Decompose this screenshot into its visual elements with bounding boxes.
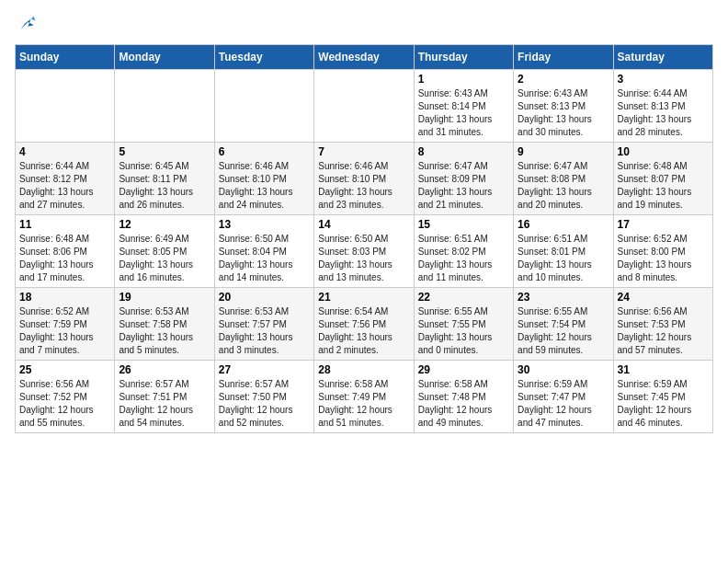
day-number: 24 <box>618 291 709 304</box>
day-number: 31 <box>618 363 709 376</box>
day-info: Sunrise: 6:52 AM Sunset: 7:59 PM Dayligh… <box>19 305 110 357</box>
day-info: Sunrise: 6:56 AM Sunset: 7:53 PM Dayligh… <box>618 305 709 357</box>
day-number: 20 <box>219 291 310 304</box>
calendar-cell: 31Sunrise: 6:59 AM Sunset: 7:45 PM Dayli… <box>613 361 712 433</box>
calendar-week-1: 1Sunrise: 6:43 AM Sunset: 8:14 PM Daylig… <box>16 70 713 143</box>
calendar-cell: 19Sunrise: 6:53 AM Sunset: 7:58 PM Dayli… <box>115 288 214 361</box>
day-info: Sunrise: 6:50 AM Sunset: 8:04 PM Dayligh… <box>219 233 310 284</box>
calendar-cell: 11Sunrise: 6:48 AM Sunset: 8:06 PM Dayli… <box>16 215 115 288</box>
day-info: Sunrise: 6:45 AM Sunset: 8:11 PM Dayligh… <box>119 160 210 212</box>
day-number: 28 <box>318 363 409 376</box>
day-number: 23 <box>518 291 609 304</box>
calendar-cell: 21Sunrise: 6:54 AM Sunset: 7:56 PM Dayli… <box>314 288 414 361</box>
day-info: Sunrise: 6:56 AM Sunset: 7:52 PM Dayligh… <box>19 378 110 430</box>
calendar-cell: 10Sunrise: 6:48 AM Sunset: 8:07 PM Dayli… <box>613 143 712 215</box>
day-number: 8 <box>418 145 509 158</box>
calendar-header-monday: Monday <box>115 45 214 70</box>
calendar-header-wednesday: Wednesday <box>314 45 414 70</box>
day-number: 5 <box>119 145 210 158</box>
day-number: 25 <box>19 363 110 376</box>
day-number: 17 <box>618 218 709 231</box>
day-number: 30 <box>518 363 609 376</box>
day-info: Sunrise: 6:57 AM Sunset: 7:51 PM Dayligh… <box>119 378 210 430</box>
day-number: 12 <box>119 218 210 231</box>
svg-marker-0 <box>20 19 33 29</box>
day-number: 1 <box>418 73 509 86</box>
day-info: Sunrise: 6:54 AM Sunset: 7:56 PM Dayligh… <box>318 305 409 357</box>
calendar-header-row: SundayMondayTuesdayWednesdayThursdayFrid… <box>16 45 713 70</box>
calendar-cell: 14Sunrise: 6:50 AM Sunset: 8:03 PM Dayli… <box>314 215 414 288</box>
day-number: 21 <box>318 291 409 304</box>
calendar-cell: 30Sunrise: 6:59 AM Sunset: 7:47 PM Dayli… <box>514 361 613 433</box>
day-info: Sunrise: 6:49 AM Sunset: 8:05 PM Dayligh… <box>119 233 210 284</box>
calendar-header-tuesday: Tuesday <box>214 45 313 70</box>
calendar-cell: 20Sunrise: 6:53 AM Sunset: 7:57 PM Dayli… <box>214 288 313 361</box>
day-number: 16 <box>518 218 609 231</box>
day-number: 11 <box>19 218 110 231</box>
calendar-cell: 12Sunrise: 6:49 AM Sunset: 8:05 PM Dayli… <box>115 215 214 288</box>
day-info: Sunrise: 6:58 AM Sunset: 7:48 PM Dayligh… <box>418 378 509 430</box>
day-number: 9 <box>518 145 609 158</box>
day-info: Sunrise: 6:46 AM Sunset: 8:10 PM Dayligh… <box>219 160 310 212</box>
calendar-cell: 13Sunrise: 6:50 AM Sunset: 8:04 PM Dayli… <box>214 215 313 288</box>
calendar-week-5: 25Sunrise: 6:56 AM Sunset: 7:52 PM Dayli… <box>16 361 713 433</box>
calendar-cell: 7Sunrise: 6:46 AM Sunset: 8:10 PM Daylig… <box>314 143 414 215</box>
calendar-cell: 9Sunrise: 6:47 AM Sunset: 8:08 PM Daylig… <box>514 143 613 215</box>
calendar-cell <box>214 70 313 143</box>
day-info: Sunrise: 6:52 AM Sunset: 8:00 PM Dayligh… <box>618 233 709 284</box>
calendar-cell: 23Sunrise: 6:55 AM Sunset: 7:54 PM Dayli… <box>514 288 613 361</box>
day-info: Sunrise: 6:48 AM Sunset: 8:06 PM Dayligh… <box>19 233 110 284</box>
calendar-cell: 24Sunrise: 6:56 AM Sunset: 7:53 PM Dayli… <box>613 288 712 361</box>
day-info: Sunrise: 6:44 AM Sunset: 8:13 PM Dayligh… <box>618 87 709 139</box>
day-info: Sunrise: 6:58 AM Sunset: 7:49 PM Dayligh… <box>318 378 409 430</box>
calendar-cell: 26Sunrise: 6:57 AM Sunset: 7:51 PM Dayli… <box>115 361 214 433</box>
day-number: 13 <box>219 218 310 231</box>
day-info: Sunrise: 6:43 AM Sunset: 8:14 PM Dayligh… <box>418 87 509 139</box>
day-number: 29 <box>418 363 509 376</box>
calendar-cell: 2Sunrise: 6:43 AM Sunset: 8:13 PM Daylig… <box>514 70 613 143</box>
day-number: 22 <box>418 291 509 304</box>
calendar-cell: 27Sunrise: 6:57 AM Sunset: 7:50 PM Dayli… <box>214 361 313 433</box>
day-info: Sunrise: 6:55 AM Sunset: 7:55 PM Dayligh… <box>418 305 509 357</box>
day-number: 26 <box>119 363 210 376</box>
day-info: Sunrise: 6:50 AM Sunset: 8:03 PM Dayligh… <box>318 233 409 284</box>
day-number: 3 <box>618 73 709 86</box>
day-info: Sunrise: 6:51 AM Sunset: 8:01 PM Dayligh… <box>518 233 609 284</box>
calendar-cell: 25Sunrise: 6:56 AM Sunset: 7:52 PM Dayli… <box>16 361 115 433</box>
calendar-cell: 29Sunrise: 6:58 AM Sunset: 7:48 PM Dayli… <box>414 361 513 433</box>
day-info: Sunrise: 6:47 AM Sunset: 8:09 PM Dayligh… <box>418 160 509 212</box>
page-header <box>15 15 713 37</box>
calendar-header-thursday: Thursday <box>414 45 513 70</box>
svg-marker-1 <box>31 17 36 21</box>
calendar-table: SundayMondayTuesdayWednesdayThursdayFrid… <box>15 44 713 433</box>
calendar-cell <box>115 70 214 143</box>
calendar-cell: 5Sunrise: 6:45 AM Sunset: 8:11 PM Daylig… <box>115 143 214 215</box>
day-info: Sunrise: 6:48 AM Sunset: 8:07 PM Dayligh… <box>618 160 709 212</box>
calendar-week-3: 11Sunrise: 6:48 AM Sunset: 8:06 PM Dayli… <box>16 215 713 288</box>
day-number: 15 <box>418 218 509 231</box>
day-number: 2 <box>518 73 609 86</box>
calendar-cell: 17Sunrise: 6:52 AM Sunset: 8:00 PM Dayli… <box>613 215 712 288</box>
calendar-cell: 16Sunrise: 6:51 AM Sunset: 8:01 PM Dayli… <box>514 215 613 288</box>
day-number: 19 <box>119 291 210 304</box>
day-info: Sunrise: 6:46 AM Sunset: 8:10 PM Dayligh… <box>318 160 409 212</box>
calendar-week-2: 4Sunrise: 6:44 AM Sunset: 8:12 PM Daylig… <box>16 143 713 215</box>
day-info: Sunrise: 6:59 AM Sunset: 7:45 PM Dayligh… <box>618 378 709 430</box>
day-info: Sunrise: 6:57 AM Sunset: 7:50 PM Dayligh… <box>219 378 310 430</box>
day-info: Sunrise: 6:51 AM Sunset: 8:02 PM Dayligh… <box>418 233 509 284</box>
calendar-cell: 8Sunrise: 6:47 AM Sunset: 8:09 PM Daylig… <box>414 143 513 215</box>
logo-icon <box>15 15 37 37</box>
calendar-cell <box>314 70 414 143</box>
day-info: Sunrise: 6:53 AM Sunset: 7:57 PM Dayligh… <box>219 305 310 357</box>
logo <box>15 15 40 37</box>
calendar-cell: 6Sunrise: 6:46 AM Sunset: 8:10 PM Daylig… <box>214 143 313 215</box>
day-info: Sunrise: 6:43 AM Sunset: 8:13 PM Dayligh… <box>518 87 609 139</box>
calendar-cell: 22Sunrise: 6:55 AM Sunset: 7:55 PM Dayli… <box>414 288 513 361</box>
calendar-cell <box>16 70 115 143</box>
day-number: 14 <box>318 218 409 231</box>
calendar-cell: 4Sunrise: 6:44 AM Sunset: 8:12 PM Daylig… <box>16 143 115 215</box>
day-number: 10 <box>618 145 709 158</box>
calendar-cell: 3Sunrise: 6:44 AM Sunset: 8:13 PM Daylig… <box>613 70 712 143</box>
day-number: 18 <box>19 291 110 304</box>
calendar-header-friday: Friday <box>514 45 613 70</box>
